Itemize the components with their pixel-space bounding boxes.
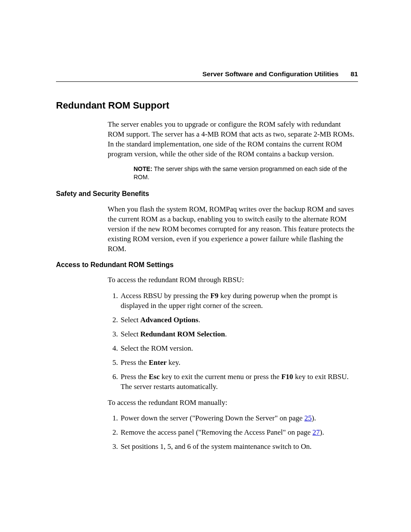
page-link-27[interactable]: 27: [312, 428, 320, 436]
section-title: Redundant ROM Support: [56, 99, 355, 112]
step-text: Remove the access panel ("Removing the A…: [121, 428, 312, 436]
step-text: Power down the server ("Powering Down th…: [121, 414, 305, 422]
access-rbsu-intro: To access the redundant ROM through RBSU…: [108, 275, 355, 285]
note-text: The server ships with the same version p…: [134, 165, 347, 180]
list-item: Press the Esc key to exit the current me…: [120, 372, 355, 392]
list-item: Remove the access panel ("Removing the A…: [120, 428, 355, 438]
step-text: Select: [121, 316, 140, 324]
running-header: Server Software and Configuration Utilit…: [56, 70, 358, 82]
list-item: Select Advanced Options.: [120, 315, 355, 325]
safety-heading: Safety and Security Benefits: [56, 189, 355, 199]
manual-steps-list: Power down the server ("Powering Down th…: [108, 414, 355, 452]
step-bold: Redundant ROM Selection: [140, 330, 225, 338]
access-manual-intro: To access the redundant ROM manually:: [108, 398, 355, 408]
step-text: .: [225, 330, 227, 338]
rbsu-steps-list: Access RBSU by pressing the F9 key durin…: [108, 291, 355, 392]
page-content: Redundant ROM Support The server enables…: [56, 99, 355, 452]
step-key: Esc: [149, 373, 160, 381]
list-item: Access RBSU by pressing the F9 key durin…: [120, 291, 355, 311]
list-item: Power down the server ("Powering Down th…: [120, 414, 355, 423]
step-text: Set positions 1, 5, and 6 of the system …: [121, 442, 311, 451]
safety-paragraph: When you flash the system ROM, ROMPaq wr…: [108, 205, 355, 254]
intro-paragraph: The server enables you to upgrade or con…: [108, 120, 355, 159]
access-heading: Access to Redundant ROM Settings: [56, 260, 355, 270]
step-text: Select: [121, 330, 140, 338]
step-text: ).: [320, 428, 324, 436]
document-page: Server Software and Configuration Utilit…: [0, 0, 411, 532]
header-page-number: 81: [351, 70, 358, 78]
step-text: ).: [312, 414, 316, 422]
step-text: Press the: [121, 373, 149, 381]
list-item: Select the ROM version.: [120, 344, 355, 354]
list-item: Press the Enter key.: [120, 358, 355, 368]
step-text: key to exit the current menu or press th…: [160, 373, 281, 381]
step-text: .: [198, 316, 200, 324]
list-item: Set positions 1, 5, and 6 of the system …: [120, 442, 355, 452]
step-text: Press the: [121, 358, 149, 367]
step-key: F10: [281, 373, 293, 381]
step-key: Enter: [149, 358, 167, 367]
note-label: NOTE:: [134, 165, 153, 172]
note-block: NOTE: The server ships with the same ver…: [134, 165, 355, 181]
header-section-title: Server Software and Configuration Utilit…: [202, 70, 339, 78]
step-key: F9: [210, 292, 218, 300]
step-bold: Advanced Options: [140, 316, 199, 324]
step-text: Select the ROM version.: [121, 344, 193, 352]
step-text: Access RBSU by pressing the: [121, 292, 210, 300]
page-link-25[interactable]: 25: [305, 414, 312, 422]
list-item: Select Redundant ROM Selection.: [120, 330, 355, 339]
step-text: key.: [167, 358, 181, 367]
